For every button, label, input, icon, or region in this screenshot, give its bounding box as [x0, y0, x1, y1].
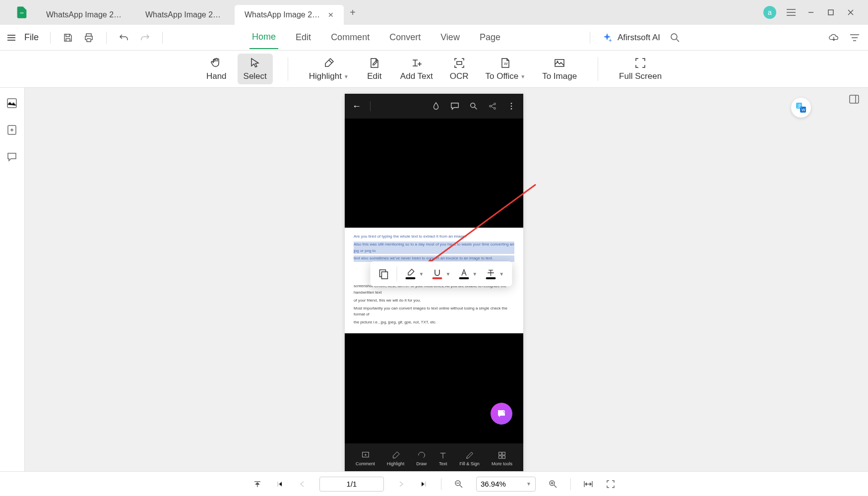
to-office-tool[interactable]: W To Office ▼	[479, 54, 531, 84]
phone-screen-bottom	[345, 333, 523, 443]
menu-home[interactable]: Home	[249, 26, 278, 49]
fit-width-icon[interactable]	[583, 479, 593, 489]
svg-rect-26	[850, 95, 859, 103]
sparkle-icon	[602, 32, 613, 43]
select-tool[interactable]: Select	[238, 54, 273, 84]
chevron-down-icon: ▼	[472, 271, 477, 277]
svg-point-9	[494, 108, 496, 110]
font-color-button[interactable]: ▼	[458, 266, 477, 281]
image-icon	[553, 57, 566, 69]
phone-screen-top	[345, 119, 523, 228]
status-bar: 36.94%▼	[0, 471, 868, 496]
cursor-icon	[248, 57, 261, 69]
zoom-out-icon[interactable]	[454, 479, 464, 489]
new-tab-button[interactable]: +	[344, 3, 362, 21]
strikethrough-button[interactable]: ▼	[485, 266, 504, 281]
highlight-tool[interactable]: Highlight ▼	[303, 54, 355, 84]
svg-point-11	[511, 106, 512, 107]
maximize-button[interactable]	[826, 7, 836, 17]
text-floating-toolbar: ▼ ▼ ▼ ▼	[370, 261, 512, 286]
search-icon-phone	[469, 102, 478, 111]
close-icon[interactable]: ✕	[328, 11, 334, 19]
svg-rect-19	[381, 272, 387, 279]
menu-page[interactable]: Page	[477, 26, 503, 49]
fullscreen-icon	[634, 57, 647, 69]
comments-icon[interactable]	[6, 151, 18, 163]
panel-toggle-icon[interactable]	[849, 94, 863, 108]
menu-edit[interactable]: Edit	[293, 26, 313, 49]
copy-button[interactable]	[378, 268, 389, 279]
svg-point-12	[511, 108, 512, 110]
save-icon[interactable]	[62, 32, 74, 44]
svg-rect-0	[828, 10, 833, 15]
tab-3[interactable]: WhatsApp Image 2024... *✕	[235, 5, 344, 25]
next-page-icon[interactable]	[396, 479, 406, 489]
add-text-tool[interactable]: Add Text	[394, 54, 439, 84]
thumbnails-icon[interactable]	[6, 98, 18, 110]
edit-doc-icon	[368, 57, 381, 69]
more-icon	[507, 102, 516, 111]
menu-bar: File Home Edit Comment Convert View Page…	[0, 25, 868, 51]
svg-rect-16	[499, 456, 501, 458]
scroll-top-icon[interactable]	[252, 479, 262, 489]
ai-button[interactable]: Afirstsoft AI	[602, 32, 660, 43]
phone-header: ←	[345, 94, 523, 119]
menu-comment[interactable]: Comment	[328, 26, 372, 49]
window-controls: a	[763, 6, 856, 19]
svg-text:文: 文	[798, 104, 802, 108]
settings-lines-icon[interactable]	[849, 32, 861, 44]
svg-rect-15	[502, 452, 505, 455]
ocr-tool[interactable]: OCR	[444, 54, 475, 84]
print-icon[interactable]	[83, 32, 95, 44]
svg-point-6	[471, 103, 475, 108]
user-avatar[interactable]: a	[763, 6, 776, 19]
bookmarks-icon[interactable]	[6, 124, 18, 136]
menu-convert[interactable]: Convert	[387, 26, 423, 49]
back-icon: ←	[352, 101, 361, 112]
redo-icon[interactable]	[139, 32, 151, 44]
document-canvas[interactable]: ← Are you tired of typing the whole text…	[25, 88, 843, 471]
fullscreen-tool[interactable]: Full Screen	[613, 54, 668, 84]
left-sidebar	[0, 88, 25, 471]
svg-point-10	[511, 103, 512, 104]
svg-text:W: W	[504, 62, 508, 66]
underline-button[interactable]: ▼	[431, 266, 450, 281]
first-page-icon[interactable]	[275, 479, 285, 489]
ink-icon	[432, 102, 440, 111]
hand-icon	[210, 57, 223, 69]
highlighter-icon	[322, 57, 335, 69]
translate-button[interactable]: 文W	[791, 98, 811, 118]
phone-toolbar: Comment Highlight Draw Text Fill & Sign …	[345, 443, 523, 471]
menu-view[interactable]: View	[438, 26, 462, 49]
tab-2[interactable]: WhatsApp Image 2024-0...	[135, 5, 235, 25]
fab-button	[491, 403, 512, 425]
hamburger-icon[interactable]	[7, 35, 15, 41]
fit-page-icon[interactable]	[606, 479, 616, 489]
zoom-in-icon[interactable]	[548, 479, 558, 489]
close-button[interactable]	[846, 7, 856, 17]
chevron-down-icon: ▼	[419, 271, 424, 277]
menu-icon[interactable]	[786, 7, 796, 17]
edit-tool[interactable]: Edit	[360, 54, 389, 84]
ocr-icon	[453, 57, 466, 69]
tab-strip: WhatsApp Image 2024-0... WhatsApp Image …	[36, 0, 763, 25]
ribbon-toolbar: Hand Select Highlight ▼ Edit Add Text OC…	[0, 51, 868, 88]
app-logo	[15, 5, 29, 19]
cloud-icon[interactable]	[828, 32, 840, 44]
minimize-button[interactable]	[806, 7, 816, 17]
highlight-color-button[interactable]: ▼	[404, 266, 424, 281]
last-page-icon[interactable]	[419, 479, 429, 489]
search-icon[interactable]	[669, 32, 681, 44]
prev-page-icon[interactable]	[297, 479, 307, 489]
file-menu[interactable]: File	[24, 32, 39, 43]
page-input[interactable]	[319, 477, 384, 492]
zoom-select[interactable]: 36.94%▼	[476, 477, 536, 492]
svg-point-3	[557, 61, 558, 62]
svg-point-1	[671, 34, 677, 40]
hand-tool[interactable]: Hand	[200, 54, 233, 84]
chat-icon	[450, 102, 459, 111]
right-sidebar	[843, 88, 868, 471]
undo-icon[interactable]	[118, 32, 130, 44]
tab-1[interactable]: WhatsApp Image 2024-0...	[36, 5, 135, 25]
to-image-tool[interactable]: To Image	[536, 54, 583, 84]
